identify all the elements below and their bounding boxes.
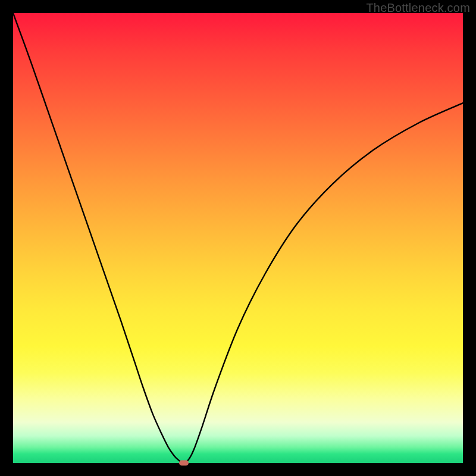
watermark-text: TheBottleneck.com (366, 1, 470, 15)
optimum-marker (179, 460, 189, 465)
chart-plot-area (13, 13, 463, 463)
bottleneck-curve (13, 13, 463, 463)
